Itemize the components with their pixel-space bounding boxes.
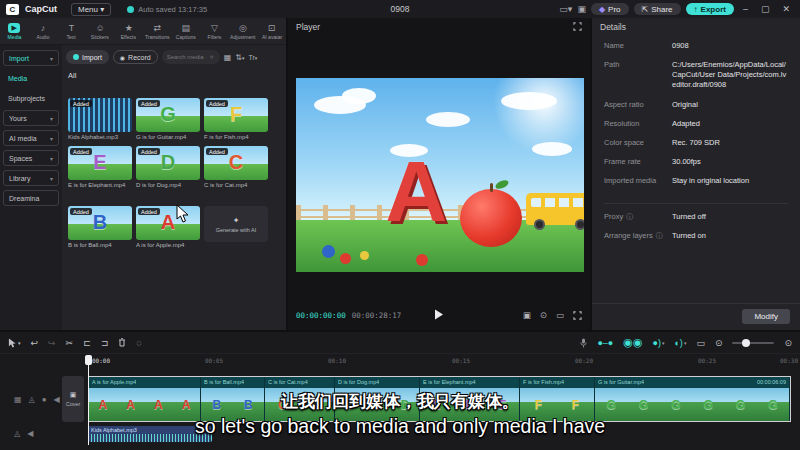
snap-icon[interactable]: ⊙ <box>715 338 723 348</box>
frame-preview-icon[interactable]: ▭ <box>696 338 705 348</box>
sidebar-item-dreamina[interactable]: Dreamina <box>3 190 59 206</box>
delete-right-icon[interactable]: ⊐ <box>101 338 109 348</box>
linking-icon[interactable]: ◉◉ <box>623 336 642 349</box>
delete-icon[interactable] <box>118 338 126 347</box>
tab-media[interactable]: ▶Media <box>0 18 29 44</box>
current-time: 00:00:00:00 <box>296 311 346 320</box>
tab-text[interactable]: TText <box>57 18 86 44</box>
lock-track-icon[interactable]: ◬ <box>29 395 35 404</box>
tab-ai-avatar[interactable]: ⊡AI avatar <box>257 18 286 44</box>
preview-axis-icon[interactable]: ◐)▾ <box>674 338 686 348</box>
red-ball <box>340 253 351 264</box>
section-label: All <box>68 71 282 80</box>
close-button[interactable]: ✕ <box>778 4 794 14</box>
clip-b-ball[interactable]: B is for Ball.mp4 BB <box>201 377 265 421</box>
capcut-logo-icon: C <box>6 4 19 15</box>
ai-avatar-icon: ⊡ <box>268 23 276 33</box>
ratio-icon[interactable]: ▭ <box>556 310 564 320</box>
tab-filters[interactable]: ▽Filters <box>200 18 229 44</box>
tab-transitions[interactable]: ⇄Transitions <box>143 18 172 44</box>
minimize-button[interactable]: – <box>739 4 752 14</box>
main-track-magnetism-icon[interactable]: ●–● <box>597 338 613 348</box>
zoom-fit-icon[interactable]: ⊙ <box>784 338 792 348</box>
playhead-handle[interactable] <box>85 355 92 365</box>
layout-toggle-icon[interactable]: ▭▾ <box>559 4 572 14</box>
sidebar-item-spaces[interactable]: Spaces▾ <box>3 150 59 166</box>
sidebar-item-media[interactable]: Media <box>3 70 59 86</box>
sidebar-item-import[interactable]: Import▾ <box>3 50 59 66</box>
clip-c-cat[interactable]: C is for Cat.mp4 CC <box>265 377 335 421</box>
media-item-kids-alphabet[interactable]: Added Kids Alphabet.mp3 <box>68 98 132 140</box>
sidebar-item-yours[interactable]: Yours▾ <box>3 110 59 126</box>
mic-icon[interactable] <box>580 338 587 348</box>
filter-type-icon[interactable]: Tr▾ <box>248 54 257 61</box>
timeline-zoom-slider[interactable] <box>732 342 774 344</box>
media-item-c-cat[interactable]: AddedC C is for Cat.mp4 <box>204 146 268 188</box>
export-button[interactable]: ↑Export <box>686 3 734 15</box>
sidebar-item-library[interactable]: Library▾ <box>3 170 59 186</box>
grid-view-icon[interactable]: ▦ <box>224 53 232 62</box>
delete-left-icon[interactable]: ⊏ <box>83 338 91 348</box>
mute-track-icon[interactable]: ◀ <box>54 395 60 404</box>
select-tool-icon[interactable]: ▾ <box>8 338 21 348</box>
clip-g-guitar[interactable]: G is for Guitar.mp400:00:06:09 GGGGGG <box>595 377 790 421</box>
chevron-down-icon: ▾ <box>50 135 53 142</box>
clip-e-elephant[interactable]: E is for Elephant.mp4 EEE <box>420 377 520 421</box>
fit-screen-icon[interactable]: ⊙ <box>540 310 547 320</box>
auto-snapping-icon[interactable]: ●)▾ <box>652 338 664 348</box>
clip-d-dog[interactable]: D is for Dog.mp4 DDD <box>335 377 420 421</box>
tab-audio[interactable]: ♪Audio <box>29 18 58 44</box>
search-input[interactable] <box>167 54 207 60</box>
tab-adjustment[interactable]: ◎Adjustment <box>229 18 258 44</box>
zoom-slider-handle[interactable] <box>742 339 750 347</box>
pro-button[interactable]: ◆Pro <box>591 3 629 15</box>
filters-icon: ▽ <box>211 23 218 33</box>
tab-stickers[interactable]: ☺Stickers <box>86 18 115 44</box>
modify-button[interactable]: Modify <box>742 309 790 324</box>
hide-track-icon[interactable]: ● <box>42 395 47 404</box>
sidebar-item-subprojects[interactable]: Subprojects <box>3 90 59 106</box>
audio-waveform-thumbnail: Added <box>68 98 132 132</box>
generate-with-ai-button[interactable]: ✦ Generate with AI <box>204 206 268 242</box>
audio-clip-name: Kids Alphabet.mp3 <box>88 426 212 434</box>
sidebar-item-ai-media[interactable]: AI media▾ <box>3 130 59 146</box>
apple-graphic <box>460 189 522 247</box>
fullscreen-icon[interactable] <box>573 311 582 320</box>
cover-button[interactable]: ▣ Cover <box>62 376 84 422</box>
media-item-e-elephant[interactable]: AddedE E is for Elephant.mp4 <box>68 146 132 188</box>
undo-icon[interactable]: ↩ <box>31 338 39 348</box>
share-button[interactable]: ⇱Share <box>634 3 681 15</box>
mute-track-icon[interactable]: ◀ <box>27 429 33 438</box>
redo-icon[interactable]: ↪ <box>48 338 56 348</box>
tab-captions[interactable]: ▤Captions <box>172 18 201 44</box>
media-item-b-ball[interactable]: AddedB B is for Ball.mp4 <box>68 206 132 248</box>
menu-button[interactable]: Menu ▾ <box>71 3 111 16</box>
expand-panel-icon[interactable] <box>573 22 582 31</box>
import-button[interactable]: Import <box>66 50 109 64</box>
pro-diamond-icon: ◆ <box>599 5 605 14</box>
autosave-status: Auto saved 13:17:35 <box>127 5 207 14</box>
sort-icon[interactable]: ⇅▾ <box>235 53 244 62</box>
media-item-d-dog[interactable]: AddedD D is for Dog.mp4 <box>136 146 200 188</box>
track-options-icon[interactable]: ▦ <box>14 395 22 404</box>
search-box[interactable]: ○ <box>162 50 220 64</box>
total-duration: 00:00:28:17 <box>352 311 402 320</box>
lock-track-icon[interactable]: ◬ <box>14 429 20 438</box>
media-item-g-guitar[interactable]: AddedG G is for Guitar.mp4 <box>136 98 200 140</box>
preview-quality-icon[interactable]: ▣ <box>523 310 531 320</box>
timeline-ruler[interactable]: 00:00 00:05 00:10 00:15 00:20 00:25 00:3… <box>0 354 800 370</box>
media-item-f-fish[interactable]: AddedF F is for Fish.mp4 <box>204 98 268 140</box>
playhead-line[interactable] <box>88 355 89 445</box>
audio-clip-kids-alphabet[interactable]: Kids Alphabet.mp3 <box>88 426 212 442</box>
play-button[interactable] <box>434 306 444 324</box>
video-preview: A <box>296 78 584 272</box>
record-button[interactable]: ◉Record <box>113 50 158 64</box>
split-icon[interactable]: ✂ <box>66 338 74 348</box>
autosave-icon <box>127 6 134 13</box>
clip-f-fish[interactable]: F is for Fish.mp4 FF <box>520 377 595 421</box>
tab-effects[interactable]: ★Effects <box>114 18 143 44</box>
panel-layout-icon[interactable]: ▣ <box>577 4 586 14</box>
clip-a-apple[interactable]: A is for Apple.mp4 AAAA <box>89 377 201 421</box>
maximize-button[interactable]: ▢ <box>757 4 774 14</box>
freeze-frame-icon[interactable]: ◌ <box>136 338 141 348</box>
